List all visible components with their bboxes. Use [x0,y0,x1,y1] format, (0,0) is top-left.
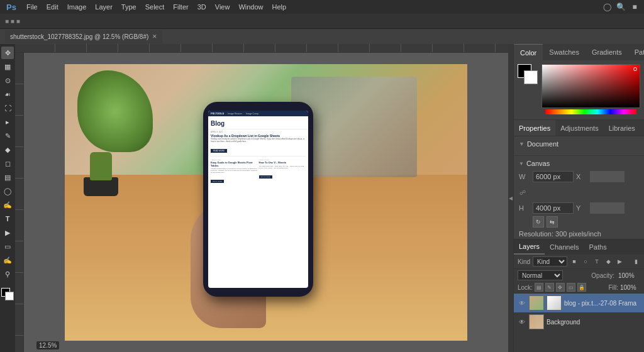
toggle-filter-icon[interactable]: ▮ [631,257,640,266]
kind-select[interactable]: Kind [533,256,567,267]
layer-item-blog[interactable]: 👁 blog - pix.t...-27-08 Frama [514,294,644,312]
fg-bg-swatch[interactable] [518,64,538,84]
fill-value[interactable]: 100% [620,284,640,291]
canvas-area[interactable]: PIX.TOOLS Image Resizer Image Comp Blog [24,53,508,352]
search-icon[interactable]: 🔍 [616,3,625,11]
path-select-tool[interactable]: ▶ [1,226,14,239]
tab-gradients[interactable]: Gradients [586,44,628,60]
tab-swatches[interactable]: Swatches [543,44,586,60]
crop-tool[interactable]: ⛶ [1,102,14,114]
background-swatch[interactable] [524,70,538,84]
hand-tool[interactable]: ✍ [1,254,14,267]
color-swatch-area [514,60,644,119]
clone-tool[interactable]: ◆ [1,143,14,156]
brush-tool[interactable]: ✎ [1,129,14,142]
lock-all-icon[interactable]: 🔒 [577,283,586,292]
canvas-x-input[interactable] [590,171,625,182]
tab-paths[interactable]: Paths [584,239,612,255]
resolution-text: Resolution: 300 pixels/inch [519,230,639,238]
menu-layer[interactable]: Layer [95,3,113,11]
h-label: H [519,204,530,212]
blend-mode-select[interactable]: Normal Multiply Screen [518,270,563,280]
quick-select-tool[interactable]: ☙ [1,88,14,101]
tab-adjustments[interactable]: Adjustments [555,120,604,136]
phone-body: PIX.TOOLS Image Resizer Image Comp Blog [203,102,313,297]
opacity-value[interactable]: 100% [618,272,640,279]
canvas-h-row: H Y [519,202,639,214]
settings-icon[interactable]: ■ [630,3,639,11]
text-filter-icon[interactable]: T [592,257,601,266]
phone-nav-comp: Image Comp [246,113,258,115]
properties-panel: Properties Adjustments Libraries ▼ Docum… [514,120,644,239]
text-tool[interactable]: T [1,212,14,225]
phone-article1-text: Vlookup can mostly be used for Dropdown … [211,138,306,143]
eyedropper-tool[interactable]: ▸ [1,116,14,128]
smart-filter-icon[interactable]: ▶ [615,257,624,266]
canvas-rotate-icon[interactable]: ↻ [533,216,544,228]
phone-article2-title: Easy Guide to Google Sheets Pivot Tables [211,162,258,168]
tab-properties[interactable]: Properties [514,120,555,136]
menu-image[interactable]: Image [67,3,87,11]
tab-close-icon[interactable]: ✕ [152,33,157,40]
canvas-collapse-icon[interactable]: ▼ [519,161,524,167]
phone-screen: PIX.TOOLS Image Resizer Image Comp Blog [208,111,308,288]
menu-select[interactable]: Select [145,3,165,11]
menu-type[interactable]: Type [121,3,136,11]
layer-name-2: Background [547,319,640,326]
options-bar: ■ ■ ■ [0,14,644,29]
layer-visibility-icon-1[interactable]: 👁 [518,299,526,307]
gradient-tool[interactable]: ▤ [1,171,14,184]
opacity-label: Opacity: [591,272,614,279]
menu-view[interactable]: View [215,3,230,11]
menu-window[interactable]: Window [238,3,263,11]
tab-channels[interactable]: Channels [545,239,584,255]
adjustment-filter-icon[interactable]: ○ [581,257,590,266]
color-spectrum-bar[interactable] [545,109,636,114]
phone-article3-title: How To Use V... Sheets [259,162,306,165]
color-gradient-picker[interactable] [541,64,640,108]
color-panel-tabs: Color Swatches Gradients Patterns [514,44,644,60]
zoom-tool[interactable]: ⚲ [1,268,14,280]
menu-filter[interactable]: Filter [173,3,188,11]
link-proportions-icon[interactable]: ☍ [519,185,526,200]
document-tab[interactable]: shutterstock_1027788352.jpg @ 12.5% (RGB… [5,30,162,43]
tab-layers[interactable]: Layers [514,239,545,255]
canvas-row: PIX.TOOLS Image Resizer Image Comp Blog [15,53,508,352]
menu-3d[interactable]: 3D [197,3,206,11]
canvas-y-input[interactable] [590,202,625,214]
tab-color[interactable]: Color [514,44,543,60]
tab-patterns[interactable]: Patterns [628,44,644,60]
account-icon[interactable]: ◯ [602,3,611,11]
shape-filter-icon[interactable]: ◆ [604,257,613,266]
lock-transparent-icon[interactable]: ▤ [535,283,543,292]
lasso-tool[interactable]: ⊙ [1,74,14,87]
left-toolbar: ✥ ▦ ⊙ ☙ ⛶ ▸ ✎ ◆ ◻ ▤ ◯ ✍ T ▶ ▭ ✍ ⚲ [0,44,15,352]
ps-logo[interactable]: Ps [5,1,18,13]
marquee-tool[interactable]: ▦ [1,60,14,73]
pixel-filter-icon[interactable]: ■ [570,257,579,266]
menu-edit[interactable]: Edit [47,3,58,11]
canvas-width-input[interactable] [533,171,574,182]
lock-image-icon[interactable]: ✎ [545,283,554,292]
layer-visibility-icon-2[interactable]: 👁 [518,317,526,326]
color-swatches[interactable] [1,288,14,300]
menu-help[interactable]: Help [272,3,287,11]
pen-tool[interactable]: ✍ [1,199,14,211]
panel-collapse-handle[interactable]: ◀ [508,44,513,352]
dodge-tool[interactable]: ◯ [1,185,14,197]
shape-tool[interactable]: ▭ [1,240,14,253]
move-tool[interactable]: ✥ [1,47,14,59]
menu-file[interactable]: File [26,3,38,11]
fill-label: Fill: [608,284,618,291]
canvas-flip-icon[interactable]: ⇆ [547,216,558,228]
canvas-section: ▼ Canvas W X ☍ H Y [514,156,644,239]
layer-item-background[interactable]: 👁 Background [514,312,644,331]
canvas-title: ▼ Canvas [519,160,639,167]
layer-mask-1[interactable] [547,295,562,311]
canvas-height-input[interactable] [533,202,574,214]
eraser-tool[interactable]: ◻ [1,157,14,170]
photo-background: PIX.TOOLS Image Resizer Image Comp Blog [65,64,467,341]
lock-artboard-icon[interactable]: ▭ [567,283,575,292]
tab-libraries[interactable]: Libraries [604,120,640,136]
lock-position-icon[interactable]: ✜ [556,283,565,292]
